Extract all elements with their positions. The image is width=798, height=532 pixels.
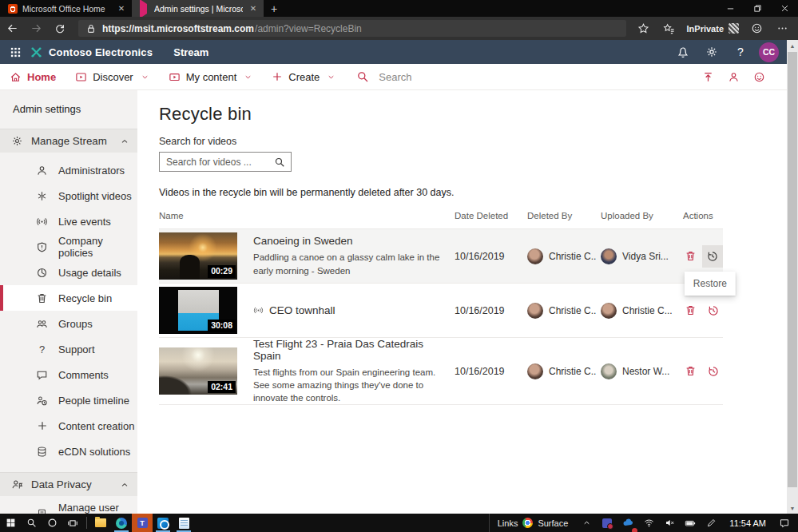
sidebar-item-manage-user-data[interactable]: Manage user data <box>0 501 137 514</box>
chevron-up-icon <box>120 137 129 146</box>
favorites-list-button[interactable] <box>658 17 681 40</box>
restore-button[interactable] <box>703 361 723 382</box>
tray-expand-button[interactable] <box>579 514 594 532</box>
battery-button[interactable] <box>683 514 697 532</box>
restore-window-button[interactable] <box>744 0 771 17</box>
sidebar-item-recycle-bin[interactable]: Recycle bin <box>0 285 137 311</box>
sidebar-item-people-timeline[interactable]: People timeline <box>0 387 137 413</box>
delete-button[interactable] <box>681 361 701 382</box>
table-row[interactable]: 30:08 CEO townhall 10/16/2019 Christie C… <box>159 284 723 338</box>
delete-button[interactable] <box>681 246 700 267</box>
favorite-star-button[interactable] <box>633 17 655 40</box>
app-launcher-button[interactable] <box>0 40 30 64</box>
cortana-button[interactable] <box>42 514 62 532</box>
tab-admin-settings[interactable]: Admin settings | Microsoft Strea ✕ <box>132 0 264 17</box>
clock[interactable]: 11:54 AM <box>725 518 771 528</box>
sidebar-item-administrators[interactable]: Administrators <box>0 157 137 183</box>
sidebar-item-comments[interactable]: Comments <box>0 362 137 387</box>
chevron-up-icon <box>582 518 591 527</box>
user-avatar[interactable]: CC <box>759 42 779 62</box>
nav-home[interactable]: Home <box>0 64 66 90</box>
admin-mode-button[interactable] <box>725 66 742 87</box>
nav-discover[interactable]: Discover <box>66 64 159 90</box>
pen-button[interactable] <box>704 514 718 532</box>
pie-chart-icon <box>36 267 48 279</box>
volume-button[interactable] <box>662 514 677 532</box>
video-thumbnail[interactable]: 02:41 <box>159 347 237 395</box>
upload-button[interactable] <box>699 66 717 87</box>
back-button[interactable] <box>0 17 24 40</box>
tab-office-home[interactable]: Microsoft Office Home ✕ <box>0 0 132 17</box>
restore-button[interactable] <box>703 300 723 321</box>
person-icon <box>36 165 48 177</box>
teams-button[interactable]: T <box>132 514 153 532</box>
video-title[interactable]: Test Flight 23 - Praia Das Catedrais Spa… <box>253 338 447 362</box>
trash-icon <box>685 365 697 377</box>
delete-button[interactable] <box>681 300 701 321</box>
file-explorer-button[interactable] <box>90 514 111 532</box>
video-thumbnail[interactable]: 00:29 <box>159 232 237 280</box>
browser-menu-button[interactable] <box>771 17 793 40</box>
minimize-button[interactable] <box>717 0 744 17</box>
video-search-input[interactable] <box>160 157 272 168</box>
org-branding[interactable]: Contoso Electronics <box>30 46 153 58</box>
table-row[interactable]: 00:29 Canoeing in Sweden Paddling a cano… <box>159 229 723 284</box>
sidebar-item-usage-details[interactable]: Usage details <box>0 260 137 285</box>
action-center-button[interactable] <box>777 514 792 532</box>
date-deleted: 10/16/2019 <box>447 251 519 262</box>
forward-button[interactable] <box>24 17 48 40</box>
video-thumbnail[interactable]: 30:08 <box>159 287 237 334</box>
sidebar-item-groups[interactable]: Groups <box>0 311 137 336</box>
search-icon[interactable] <box>272 157 291 168</box>
video-title[interactable]: Canoeing in Sweden <box>253 235 443 247</box>
help-button[interactable]: ? <box>730 42 751 62</box>
table-row[interactable]: 02:41 Test Flight 23 - Praia Das Catedra… <box>159 338 723 405</box>
task-view-button[interactable] <box>62 514 83 532</box>
nav-my-content[interactable]: My content <box>159 64 263 90</box>
smiley-icon <box>753 71 765 83</box>
deleted-by-name: Christie C... <box>549 366 596 377</box>
sidebar-item-spotlight-videos[interactable]: Spotlight videos <box>0 183 137 208</box>
global-search-input[interactable] <box>379 71 618 83</box>
taskbar-search-button[interactable] <box>21 514 42 532</box>
tab-close-icon[interactable]: ✕ <box>116 4 127 13</box>
scroll-up-arrow-icon[interactable]: ▲ <box>787 40 798 51</box>
sidebar-section-manage-stream[interactable]: Manage Stream <box>0 129 137 153</box>
tab-close-icon[interactable]: ✕ <box>248 4 259 13</box>
nav-right-actions <box>699 66 787 87</box>
sidebar-item-ecdn-solutions[interactable]: eCDN solutions <box>0 439 137 464</box>
avatar <box>601 248 617 264</box>
refresh-button[interactable] <box>48 17 72 40</box>
nav-create[interactable]: Create <box>262 64 345 90</box>
close-window-button[interactable] <box>771 0 798 17</box>
onedrive-cloud-icon <box>622 517 634 529</box>
new-tab-button[interactable]: + <box>264 0 284 17</box>
video-title[interactable]: CEO townhall <box>269 304 335 316</box>
start-button[interactable] <box>0 514 21 532</box>
sidebar-item-content-creation[interactable]: Content creation <box>0 413 137 439</box>
restore-button[interactable]: Restore <box>702 245 723 268</box>
trash-icon <box>685 250 697 262</box>
notifications-button[interactable] <box>673 42 693 62</box>
outlook-button[interactable] <box>153 514 173 532</box>
bell-icon <box>677 46 689 58</box>
settings-button[interactable] <box>701 42 722 62</box>
scroll-down-arrow-icon[interactable]: ▼ <box>787 502 798 514</box>
feedback-smiley-button[interactable] <box>745 17 768 40</box>
feedback-button[interactable] <box>750 66 768 87</box>
sidebar-item-support[interactable]: ?Support <box>0 336 137 362</box>
notes-app-button[interactable] <box>173 514 194 532</box>
url-field[interactable]: https://msit.microsoftstream.com/admin?v… <box>78 20 626 37</box>
surface-link[interactable]: Surface <box>538 518 568 528</box>
wifi-button[interactable] <box>641 514 656 532</box>
edge-button[interactable] <box>111 514 132 532</box>
page-scrollbar[interactable]: ▲ ▼ <box>787 40 798 514</box>
sidebar-section-data-privacy[interactable]: Data Privacy <box>0 472 137 496</box>
sidebar-item-company-policies[interactable]: Company policies <box>0 234 137 260</box>
onedrive-tray-button[interactable] <box>621 514 635 532</box>
teams-tray-button[interactable] <box>600 514 614 532</box>
actions-cell <box>679 361 723 382</box>
sidebar-item-live-events[interactable]: Live events <box>0 208 137 234</box>
scrollbar-thumb[interactable] <box>788 52 797 487</box>
broadcast-icon <box>36 216 48 228</box>
